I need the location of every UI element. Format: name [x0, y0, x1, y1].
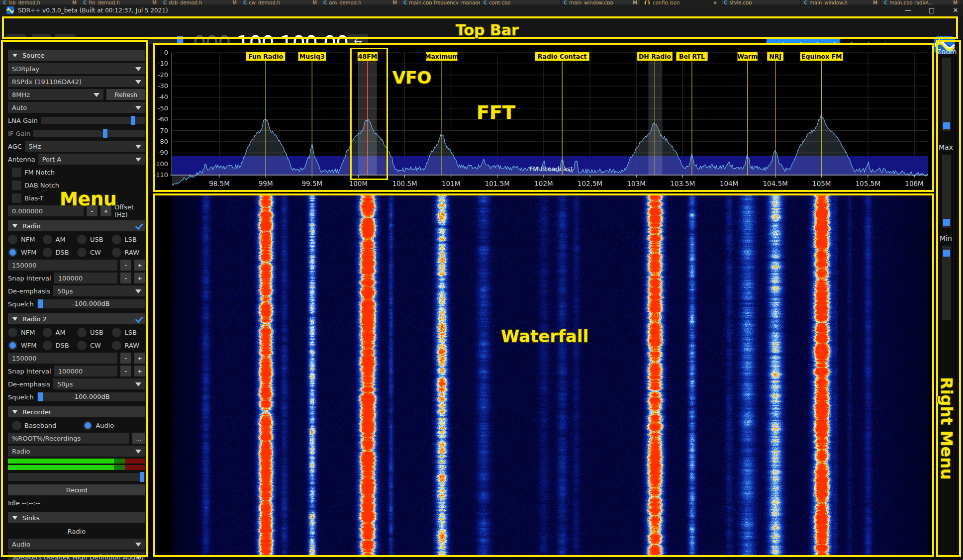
- mode-dsb[interactable]: DSB: [43, 247, 77, 258]
- recorder-stream-select[interactable]: Radio: [8, 446, 145, 457]
- mode-wfm[interactable]: WFM: [8, 340, 42, 351]
- deemphasis-select[interactable]: 50µs: [53, 285, 145, 296]
- section-header-sinks[interactable]: Sinks: [8, 512, 145, 523]
- recorder-volume-slider[interactable]: [8, 473, 145, 481]
- vscode-tab[interactable]: Cam_demod.hM: [320, 0, 400, 4]
- min-slider[interactable]: [942, 246, 951, 320]
- sink-type-select[interactable]: Audio: [8, 539, 145, 550]
- snap-interval-input[interactable]: 100000: [54, 273, 117, 283]
- mode-nfm[interactable]: NFM: [8, 234, 42, 245]
- close-button[interactable]: ✕: [952, 6, 959, 14]
- close-icon[interactable]: ×: [713, 0, 717, 4]
- lna-gain-slider[interactable]: [41, 117, 145, 124]
- fm-notch-checkbox[interactable]: [12, 168, 21, 177]
- maximize-button[interactable]: □: [928, 6, 935, 14]
- lna-gain-handle[interactable]: [131, 116, 135, 125]
- vscode-tab[interactable]: Cstyle.cpp: [721, 0, 801, 4]
- vscode-tab[interactable]: Cdsb_demod.hM: [160, 0, 240, 4]
- deemphasis-select[interactable]: 50µs: [53, 378, 145, 389]
- vscode-tab[interactable]: Cmain.cpp radio\...M: [881, 0, 961, 4]
- squelch-slider[interactable]: -100.000dB: [37, 392, 145, 401]
- enabled-check-icon[interactable]: [135, 315, 143, 323]
- recording-path-input[interactable]: %ROOT%/Recordings: [8, 433, 129, 444]
- snap-plus-button[interactable]: +: [134, 273, 145, 283]
- antenna-select[interactable]: Port A: [38, 154, 145, 165]
- source-device-select[interactable]: RSPdx (191106DA42): [8, 76, 145, 87]
- offset-input[interactable]: 0.000000: [8, 205, 84, 216]
- source-driver-select[interactable]: SDRplay: [8, 63, 145, 74]
- section-header-source[interactable]: Source: [8, 50, 145, 61]
- if-gain-slider[interactable]: [33, 130, 145, 137]
- station-label: Radio Contact: [538, 53, 587, 60]
- sdrpp-window: Clsb_demod.hMCfm_demod.hMCdsb_demod.hMCc…: [0, 0, 963, 560]
- squelch-slider[interactable]: -100.000dB: [37, 299, 145, 308]
- mode-raw[interactable]: RAW: [112, 340, 146, 351]
- recorder-audio-radio[interactable]: [83, 421, 93, 430]
- fft-plot[interactable]: FM BroadcastFun RadioMusiq348FMMaximumRa…: [153, 43, 934, 193]
- browse-button[interactable]: ...: [132, 433, 145, 444]
- bandwidth-plus-button[interactable]: +: [134, 353, 145, 364]
- squelch-value: -100.000dB: [37, 393, 145, 400]
- mode-am[interactable]: AM: [43, 234, 77, 245]
- snap-interval-input[interactable]: 100000: [54, 366, 117, 376]
- vscode-tab[interactable]: {}config.json×: [641, 0, 721, 4]
- vscode-tab[interactable]: Ccore.cpp: [481, 0, 561, 4]
- snap-plus-button[interactable]: +: [134, 366, 145, 376]
- bandwidth-minus-button[interactable]: -: [120, 260, 131, 271]
- if-gain-handle[interactable]: [103, 129, 107, 138]
- section-header-radio2[interactable]: Radio 2: [8, 313, 145, 324]
- mode-cw[interactable]: CW: [77, 340, 111, 351]
- agc-rate-select[interactable]: 5Hz: [25, 141, 145, 152]
- chevron-down-icon: [135, 543, 141, 547]
- max-slider[interactable]: [942, 155, 951, 228]
- bias-t-checkbox[interactable]: [12, 193, 21, 203]
- mode-am[interactable]: AM: [43, 327, 77, 338]
- vscode-tab[interactable]: Cfm_demod.hM: [80, 0, 160, 4]
- mode-nfm[interactable]: NFM: [8, 327, 42, 338]
- station-label: Bel RTL: [679, 53, 705, 60]
- mode-usb[interactable]: USB: [77, 234, 111, 245]
- bandwidth-minus-button[interactable]: -: [120, 353, 131, 364]
- mode-wfm[interactable]: WFM: [8, 247, 42, 258]
- vscode-tab[interactable]: Clsb_demod.hM: [0, 0, 80, 4]
- tab-label: cw_demod.h: [249, 0, 280, 4]
- min-slider-handle[interactable]: [943, 250, 950, 257]
- agc-mode-select[interactable]: Auto: [8, 102, 145, 113]
- vscode-tab[interactable]: Ccw_demod.hM: [240, 0, 320, 4]
- snap-minus-button[interactable]: -: [120, 273, 131, 283]
- recorder-volume-handle[interactable]: [140, 472, 144, 482]
- dab-notch-checkbox[interactable]: [12, 181, 21, 190]
- bandwidth-plus-button[interactable]: +: [134, 260, 145, 271]
- radio-bandwidth-input[interactable]: 150000: [8, 353, 117, 364]
- vscode-tab[interactable]: Cmain_window.hM: [801, 0, 881, 4]
- record-button[interactable]: Record: [8, 484, 145, 495]
- enabled-check-icon[interactable]: [135, 222, 143, 230]
- mode-dsb[interactable]: DSB: [43, 340, 77, 351]
- mode-lsb[interactable]: LSB: [112, 234, 146, 245]
- mode-lsb[interactable]: LSB: [112, 327, 146, 338]
- zoom-slider-handle[interactable]: [943, 122, 950, 129]
- source-bandwidth-select[interactable]: 8MHz: [8, 89, 103, 100]
- vscode-tab-strip[interactable]: Clsb_demod.hMCfm_demod.hMCdsb_demod.hMCc…: [0, 0, 963, 4]
- chevron-down-icon: [135, 67, 141, 71]
- modified-badge: M: [232, 0, 237, 4]
- waterfall-display[interactable]: [172, 195, 928, 556]
- snap-minus-button[interactable]: -: [120, 366, 131, 376]
- offset-plus-button[interactable]: +: [100, 205, 111, 216]
- vscode-tab[interactable]: Cmain_window.cppM: [561, 0, 641, 4]
- mode-raw[interactable]: RAW: [112, 247, 146, 258]
- offset-minus-button[interactable]: -: [87, 205, 97, 216]
- mode-usb[interactable]: USB: [77, 327, 111, 338]
- sink-device-select[interactable]: Speakers (Realtek High Definition Audio): [8, 552, 145, 560]
- y-axis-tick-label: -90: [158, 149, 168, 156]
- max-slider-handle[interactable]: [943, 219, 950, 226]
- section-header-radio[interactable]: Radio: [8, 220, 145, 231]
- vscode-tab[interactable]: Cmain.cpp frequency_manager\...M: [400, 0, 481, 4]
- recorder-baseband-radio[interactable]: [12, 421, 21, 430]
- mode-cw[interactable]: CW: [77, 247, 111, 258]
- minimize-button[interactable]: —: [904, 6, 911, 14]
- zoom-slider[interactable]: [942, 58, 951, 131]
- section-header-recorder[interactable]: Recorder: [8, 406, 145, 417]
- refresh-button[interactable]: Refresh: [106, 89, 145, 100]
- radio-bandwidth-input[interactable]: 150000: [8, 260, 117, 271]
